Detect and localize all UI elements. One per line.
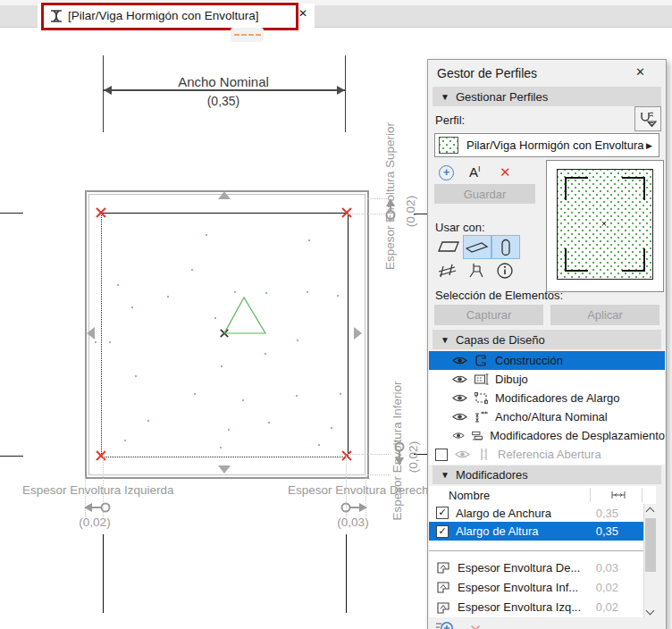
- eye-icon[interactable]: [452, 356, 467, 365]
- eye-icon[interactable]: [455, 449, 470, 459]
- modifier-checkbox[interactable]: ✓: [436, 525, 449, 538]
- save-button[interactable]: Guardar: [434, 184, 535, 204]
- dim-arrowhead-left: [104, 86, 112, 95]
- orientation-triangle: [223, 296, 266, 335]
- modifier-value: 0,35: [596, 524, 618, 538]
- stretch-handle-top[interactable]: [218, 191, 231, 199]
- collapsed-panel-handle[interactable]: [231, 28, 264, 42]
- label-espesor-superior: Espesor Envoltura Superior: [383, 122, 397, 272]
- modifier-row-alargo-anchura[interactable]: ✓ Alargo de Anchura 0,35: [429, 504, 643, 522]
- reference-line-stub: [346, 534, 347, 613]
- profile-fill-settings-button[interactable]: [634, 106, 661, 131]
- stretch-modifier-icon: [474, 391, 489, 405]
- layer-row-referencia-abertura[interactable]: Referencia Abertura: [429, 445, 665, 464]
- value-espesor-inferior: (0,02): [407, 431, 420, 484]
- stretch-handle-left[interactable]: [87, 327, 95, 340]
- section-gestionar-perfiles[interactable]: ▼ Gestionar Perfiles: [433, 87, 661, 106]
- modifier-row-alargo-altura[interactable]: ✓ Alargo de Altura 0,35: [429, 522, 643, 541]
- layer-row-construccion[interactable]: Construcción: [429, 351, 665, 370]
- delete-modifier-button[interactable]: ✕: [469, 621, 482, 629]
- eye-icon[interactable]: [452, 412, 467, 422]
- add-modifier-button[interactable]: [435, 621, 455, 629]
- modifier-row-envoltura-inferior[interactable]: Espesor Envoltura Inf... 0,02: [429, 577, 643, 597]
- modifier-value: 0,02: [596, 581, 618, 594]
- use-with-object-button[interactable]: [463, 259, 490, 281]
- scroll-down-icon[interactable]: [646, 607, 655, 616]
- capture-button[interactable]: Capturar: [434, 305, 543, 325]
- eye-icon[interactable]: [452, 374, 467, 384]
- use-with-column-button[interactable]: [491, 235, 520, 259]
- layer-checkbox[interactable]: [435, 449, 448, 461]
- dimension-column-icon: [610, 490, 626, 500]
- width-dimension-line[interactable]: [104, 89, 345, 91]
- modifier-table-header[interactable]: Nombre: [429, 486, 656, 505]
- section-modificadores[interactable]: ▼ Modificadores: [433, 465, 661, 484]
- value-espesor-izquierda: (0,02): [68, 516, 122, 529]
- dim-extension-line: [345, 55, 346, 132]
- offset-arrow-up-icon[interactable]: [384, 198, 397, 222]
- panel-title: Gestor de Perfiles: [437, 66, 537, 80]
- width-dim-label: Ancho Nominal: [134, 74, 313, 89]
- rename-profile-button[interactable]: AI: [469, 164, 481, 180]
- width-dim-value: (0,35): [134, 94, 313, 108]
- modifier-checkbox[interactable]: ✓: [436, 507, 449, 519]
- dim-arrowhead-right: [337, 86, 345, 95]
- eye-icon[interactable]: [452, 431, 465, 440]
- tab-close-icon[interactable]: ✕: [298, 7, 307, 20]
- scrollbar-thumb[interactable]: [645, 518, 656, 572]
- use-with-wall-button[interactable]: [435, 235, 462, 257]
- column-icon: [500, 239, 511, 256]
- modifier-row-envoltura-derecha[interactable]: Espesor Envoltura De... 0,03: [429, 558, 643, 577]
- modifier-value: 0,03: [596, 561, 618, 574]
- corner-hotspot[interactable]: [95, 206, 107, 219]
- column-header-name: Nombre: [449, 489, 490, 502]
- corner-hotspot[interactable]: [340, 449, 353, 462]
- section-capas-de-diseno[interactable]: ▼ Capas de Diseño: [433, 330, 661, 349]
- section-label: Modificadores: [456, 468, 528, 482]
- profile-thumbnail: [439, 137, 458, 154]
- opening-reference-icon: [476, 448, 491, 461]
- railing-icon: [437, 263, 460, 279]
- info-icon: [496, 262, 514, 280]
- value-espesor-derecha: (0,03): [326, 516, 380, 529]
- delete-profile-button[interactable]: ✕: [500, 164, 511, 180]
- collapse-triangle-icon: ▼: [441, 92, 449, 102]
- scroll-up-icon[interactable]: [646, 507, 655, 516]
- modifier-list-gap: [429, 551, 643, 558]
- value-espesor-superior: (0,02): [404, 185, 417, 239]
- layer-row-dibujo[interactable]: Dibujo: [429, 370, 665, 389]
- layer-row-nominal[interactable]: Ancho/Altura Nominal: [429, 407, 665, 426]
- offset-arrow-left-icon[interactable]: [84, 502, 113, 513]
- modifier-row-envoltura-izquierda[interactable]: Espesor Envoltura Izq... 0,02: [429, 597, 643, 617]
- modifier-list-gap: [429, 541, 643, 550]
- reference-line-stub: [0, 456, 23, 457]
- new-profile-button[interactable]: +: [439, 165, 454, 180]
- concrete-hatch-speckles: [85, 190, 87, 192]
- apply-button[interactable]: Aplicar: [550, 305, 659, 325]
- stretch-handle-right[interactable]: [354, 327, 362, 340]
- selection-label: Selección de Elementos:: [435, 289, 563, 302]
- profile-dropdown[interactable]: Pilar/Viga Hormigón con Envoltura ▶: [434, 133, 659, 157]
- tab-profile-editor[interactable]: [Pilar/Viga Hormigón con Envoltura]: [38, 4, 315, 28]
- section-label: Capas de Diseño: [456, 333, 545, 347]
- use-with-beam-button[interactable]: [463, 235, 491, 259]
- panel-close-icon[interactable]: ✕: [635, 65, 645, 79]
- offset-arrow-right-icon[interactable]: [339, 502, 367, 513]
- corner-hotspot[interactable]: [95, 449, 107, 462]
- modifier-scrollbar[interactable]: [643, 504, 657, 618]
- layer-row-mod-desplazamiento[interactable]: Modificadores de Desplazamiento: [429, 426, 665, 445]
- eye-icon[interactable]: [452, 393, 467, 403]
- object-icon: [467, 262, 485, 280]
- offset-arrow-down-icon[interactable]: [393, 441, 406, 465]
- use-with-railing-button[interactable]: [435, 259, 462, 281]
- layer-label: Modificadores de Desplazamiento: [490, 429, 665, 442]
- stretch-handle-bottom[interactable]: [218, 465, 231, 474]
- layer-row-mod-alargo[interactable]: Modificadores de Alargo: [429, 389, 665, 407]
- label-espesor-derecha: Espesor Envoltura Derecha: [288, 483, 427, 497]
- nominal-size-icon: [474, 410, 489, 424]
- corner-hotspot[interactable]: [340, 206, 353, 219]
- preview-corner: [565, 177, 588, 200]
- use-with-info-button[interactable]: [491, 259, 518, 281]
- envelope-modifier-icon: [436, 601, 450, 614]
- layer-label: Dibujo: [495, 373, 528, 386]
